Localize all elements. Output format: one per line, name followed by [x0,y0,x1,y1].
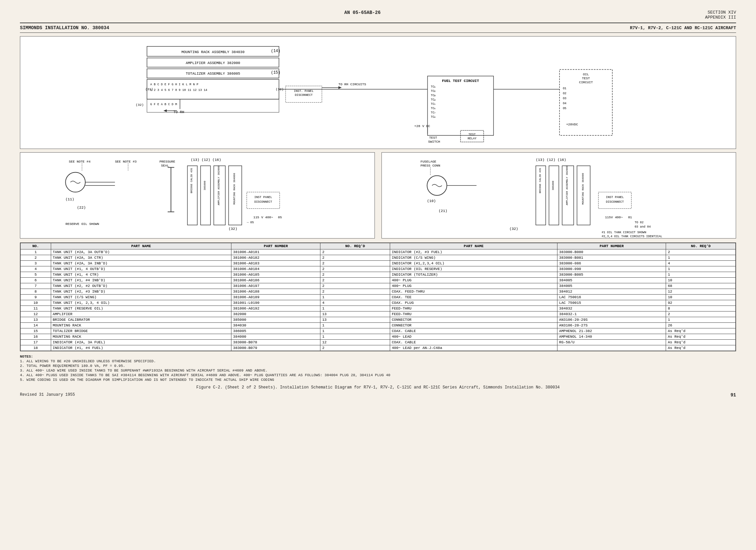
svg-text:(32): (32) [229,227,237,231]
table-cell: TANK UNIT (#1, 4 OUTB'D) [51,267,231,272]
bottom-left-svg: SEE NOTE #4 SEE NOTE #3 PRESSURE SEAL (1… [20,153,375,238]
table-cell: 26 [666,323,736,328]
table-cell: 2 [21,255,51,261]
note-item: 3. ALL 400~ LEAD WIRE USED INSIDE TANKS … [20,368,736,372]
col-no: NO. [21,243,51,250]
table-cell: 15 [21,328,51,334]
svg-text:115V 400~: 115V 400~ [605,216,623,219]
header-right: SECTION XIV APPENDIX III [705,10,736,20]
table-cell: 9 [21,294,51,300]
svg-text:O3: O3 [563,97,566,100]
table-row: 12AMPLIFIER38200013FEED-THRU384032-12 [21,311,736,317]
note-item: 1. ALL WIRING TO BE #20 UNSHIELDED UNLES… [20,359,736,363]
bottom-diagram-left: SEE NOTE #4 SEE NOTE #3 PRESSURE SEAL (1… [20,152,375,239]
bottom-diagram-right: FUSELAGE PRESS CONN (13) (12) (16) (10) … [381,152,736,239]
svg-text:DISCONNECT: DISCONNECT [254,200,272,204]
svg-text:AMPLIFIER ASSEMBLY 382000: AMPLIFIER ASSEMBLY 382000 [217,166,220,205]
table-row: 14MOUNTING RACK3840301CONNECTORAN3106-20… [21,323,736,328]
table-row: 3TANK UNIT (#2A, 3A INB'D)381006-A01832I… [21,261,736,267]
table-cell: AN3106-20-29S [557,317,666,323]
svg-text:TEST: TEST [429,136,437,140]
parts-table-section: NO. PART NAME PART NUMBER NO. REQ'D PART… [20,243,736,351]
svg-text:(32): (32) [136,103,144,107]
svg-text:DISCONNECT: DISCONNECT [606,200,624,204]
table-cell: TANK UNIT (#1, 2,3, 4 OIL) [51,300,231,306]
table-cell: 381006-A0197 [231,283,320,289]
table-cell: TANK UNIT (#1, 4 CTR) [51,272,231,277]
table-row: 5TANK UNIT (#1, 4 CTR)381006-A01852INDIC… [21,272,736,277]
table-cell: LAC 750015 [557,300,666,306]
main-diagram: MOUNTING RACK ASSEMBLY 384030 (14) AMPLI… [20,36,736,149]
table-cell: AMPHENOL 14-340 [557,334,666,340]
table-cell: 381006-A0192 [231,306,320,311]
table-cell: 2 [320,345,390,351]
note-item: 5. WIRE CODING IS USED ON THE DIAGRAM FO… [20,378,736,382]
header: AN 05-65AB-26 SECTION XIV APPENDIX III [20,10,736,20]
svg-text:(22): (22) [77,206,86,210]
svg-text:385000: 385000 [203,181,206,191]
table-cell: 383000-B081 [557,255,666,261]
table-row: 7TANK UNIT (#2, #2 OUTB'D)381006-A019724… [21,283,736,289]
footer: Revised 31 January 1955 91 [20,392,736,398]
aircraft-title: R7V-1, R7V-2, C-121C AND RC-121C AIRCRAF… [630,26,736,31]
table-row: 1TANK UNIT (#2A, 3A OUTB'D)381006-A01812… [21,250,736,255]
table-cell: 13 [320,317,390,323]
table-cell: 16 [21,334,51,340]
table-cell: BRIDGE CALIBRATOR [51,317,231,323]
svg-text:05: 05 [278,216,282,219]
svg-text:TC₈: TC₈ [431,116,436,119]
table-row: 17INDICATOR (#2A, 3A FUEL)383000-B07812C… [21,340,736,345]
table-cell: 1 [21,250,51,255]
table-cell: 12 [21,311,51,317]
table-cell: 68 [666,283,736,289]
svg-text:O1: O1 [563,87,566,90]
table-cell: 1 [320,334,390,340]
table-cell: 381001-L0190 [231,300,320,306]
svg-text:TEST: TEST [582,77,590,80]
table-cell: 11 [21,306,51,311]
svg-text:TO RH CIRCUITS: TO RH CIRCUITS [338,83,366,86]
table-cell: 2 [666,311,736,317]
table-cell: 1 [320,306,390,311]
parts-table: NO. PART NAME PART NUMBER NO. REQ'D PART… [20,243,736,351]
svg-text:DISCONNECT: DISCONNECT [295,94,313,97]
svg-text:G F E A B C D M: G F E A B C D M [150,103,177,106]
table-cell: 1 [666,255,736,261]
table-cell: 1 [320,323,390,328]
table-cell: 12 [666,289,736,294]
table-cell: 2 [320,255,390,261]
table-cell: 13 [320,311,390,317]
table-cell: TANK UNIT (#2A, 3A CTR) [51,255,231,261]
table-cell: 2 [320,272,390,277]
svg-text:(11): (11) [65,197,74,201]
table-cell: INDICATOR (OIL RESERVE) [390,267,557,272]
table-cell: TANK UNIT (RESERVE OIL) [51,306,231,311]
svg-text:INST PANEL: INST PANEL [606,196,624,199]
svg-text:TC₃: TC₃ [431,94,436,97]
notes-section: NOTES: 1. ALL WIRING TO BE #20 UNSHIELDE… [20,354,736,382]
table-cell: 382000 [231,311,320,317]
svg-text:PRESS CONN: PRESS CONN [420,164,440,168]
svg-text:SEE NOTE #4: SEE NOTE #4 [69,160,90,164]
table-cell [557,345,666,351]
table-cell: AN3106-20-27S [557,323,666,328]
table-cell: 383000-B085 [557,272,666,277]
svg-text:→ 05: → 05 [247,221,254,224]
table-row: 16MOUNTING RACK3840001400~ LEADAMPHENOL … [21,334,736,340]
svg-text:(14): (14) [271,49,281,53]
table-cell: INDICATOR (#2, #3 FUEL) [390,250,557,255]
table-cell: 14 [21,323,51,328]
table-cell: FEED-THRU [390,306,557,311]
table-cell: INDICATOR (#2A, 3A FUEL) [51,340,231,345]
svg-text:SEE NOTE #3: SEE NOTE #3 [115,160,136,164]
svg-text:O5: O5 [563,107,566,110]
svg-text:INST. PANEL: INST. PANEL [294,90,313,93]
svg-text:FUEL TEST CIRCUIT: FUEL TEST CIRCUIT [442,79,479,83]
svg-text:TC₁: TC₁ [431,85,436,89]
table-row: 15TOTALIZER BRIDGE3860051COAX. CABLEAMPH… [21,328,736,334]
table-cell: RG-58/U [557,340,666,345]
table-cell: 5 [21,272,51,277]
table-cell: 7 [21,283,51,289]
table-cell: 2 [320,261,390,267]
table-cell: COAX. PLUG [390,300,557,306]
